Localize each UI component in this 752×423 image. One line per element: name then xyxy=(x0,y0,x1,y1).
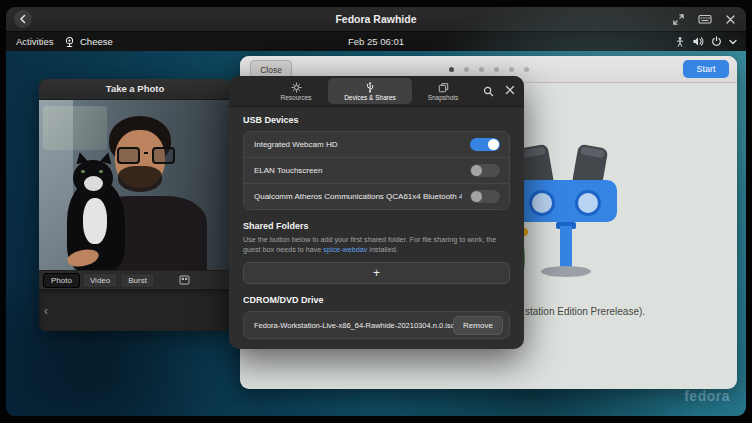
cheese-window: Take a Photo xyxy=(39,79,231,331)
binocular-base xyxy=(541,266,591,277)
binocular-lens xyxy=(529,190,555,216)
pager-dot xyxy=(509,67,514,72)
webcam-preview xyxy=(39,100,231,270)
usb-devices-header: USB Devices xyxy=(243,115,510,125)
binocular-lens xyxy=(575,190,601,216)
usb-device-name: Qualcomm Atheros Communications QCA61x4 … xyxy=(254,192,462,201)
usb-device-toggle[interactable] xyxy=(470,164,500,177)
photo-mode-button[interactable]: Photo xyxy=(43,273,80,288)
tab-devices-shares[interactable]: Devices & Shares xyxy=(328,78,412,104)
spice-webdav-link[interactable]: spice-webdav xyxy=(323,245,367,254)
usb-device-row: ELAN Touchscreen xyxy=(244,157,509,183)
pager-dot xyxy=(524,67,529,72)
shared-folders-header: Shared Folders xyxy=(243,221,510,231)
close-icon xyxy=(505,85,515,95)
photo-cat xyxy=(81,170,85,173)
dialog-search-button[interactable] xyxy=(483,86,494,97)
tour-welcome-text: station Edition Prerelease). xyxy=(525,306,645,317)
usb-device-toggle[interactable] xyxy=(470,138,500,151)
pager-dot xyxy=(464,67,469,72)
search-icon xyxy=(483,86,494,97)
properties-dialog: Resources Devices & Shares xyxy=(229,76,524,349)
cheese-mode-bar: Photo Video Burst xyxy=(39,270,231,289)
gallery-icon xyxy=(179,275,190,285)
shared-folders-description: Use the button below to add your first s… xyxy=(243,235,502,255)
gear-icon xyxy=(291,82,302,93)
pager-dot xyxy=(494,67,499,72)
tab-label: Snapshots xyxy=(428,94,459,101)
plus-icon: + xyxy=(373,266,380,280)
dialog-close-button[interactable] xyxy=(505,85,515,95)
cdrom-header: CDROM/DVD Drive xyxy=(243,295,510,305)
usb-devices-list: Integrated Webcam HD ELAN Touchscreen Qu… xyxy=(243,131,510,210)
usb-device-toggle[interactable] xyxy=(470,190,500,203)
binocular-stand xyxy=(560,226,572,268)
usb-device-row: Qualcomm Atheros Communications QCA61x4 … xyxy=(244,183,509,209)
snapshots-icon xyxy=(438,82,449,93)
guest-desktop: fedora Close Start station Edition Prere xyxy=(6,51,746,416)
gallery-button[interactable] xyxy=(179,275,190,285)
tab-resources[interactable]: Resources xyxy=(267,78,325,104)
remove-iso-button[interactable]: Remove xyxy=(453,316,503,335)
pager-dot xyxy=(479,67,484,72)
iso-filename: Fedora-Workstation-Live-x86_64-Rawhide-2… xyxy=(254,321,453,330)
desc-text: installed. xyxy=(367,245,397,254)
tab-label: Resources xyxy=(280,94,311,101)
usb-device-name: Integrated Webcam HD xyxy=(254,140,462,149)
photo-person xyxy=(118,166,162,192)
pager-dot xyxy=(449,67,454,72)
usb-device-name: ELAN Touchscreen xyxy=(254,166,462,175)
tab-snapshots[interactable]: Snapshots xyxy=(415,78,471,104)
tour-start-button[interactable]: Start xyxy=(683,60,729,78)
video-mode-button[interactable]: Video xyxy=(82,273,118,288)
dialog-tabbar: Resources Devices & Shares xyxy=(229,76,524,107)
photo-cat xyxy=(99,170,103,173)
add-shared-folder-button[interactable]: + xyxy=(243,262,510,284)
strip-scroll-left[interactable]: ‹ xyxy=(44,289,48,331)
boxes-window: Fedora Rawhide Activities Cheese Feb xyxy=(6,7,746,416)
tour-binoculars-art xyxy=(505,140,635,290)
fedora-watermark: fedora xyxy=(684,388,730,404)
cdrom-row: Fedora-Workstation-Live-x86_64-Rawhide-2… xyxy=(243,311,510,339)
photo-cat xyxy=(83,198,107,244)
usb-icon xyxy=(365,81,375,93)
photo-background xyxy=(43,106,107,150)
photo-thumbnail-strip: ‹ xyxy=(39,289,231,331)
cheese-title: Take a Photo xyxy=(39,79,231,100)
photo-cat xyxy=(84,176,103,191)
tab-label: Devices & Shares xyxy=(344,94,396,101)
dialog-body: USB Devices Integrated Webcam HD ELAN To… xyxy=(229,107,524,349)
usb-device-row: Integrated Webcam HD xyxy=(244,132,509,157)
burst-mode-button[interactable]: Burst xyxy=(120,273,155,288)
photo-glasses xyxy=(117,147,175,164)
